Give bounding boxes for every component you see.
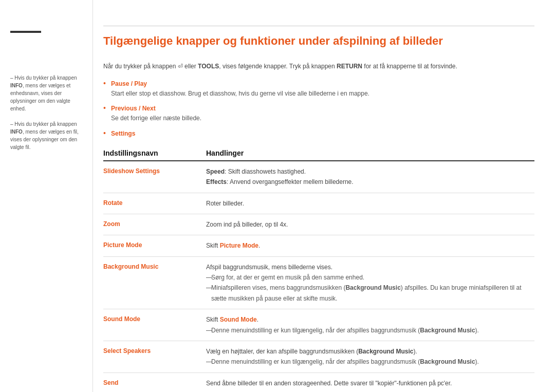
pause-desc: Start eller stop et diasshow. Brug et di… [111, 89, 534, 99]
return-label: RETURN [337, 63, 362, 70]
sound-mode-desc: Skift Sound Mode. [206, 316, 258, 323]
sidebar-note-2: – Hvis du trykker på knappen INFO, mens … [10, 120, 80, 151]
bg-music-desc: Afspil baggrundsmusik, mens billederne v… [206, 264, 332, 271]
sidebar-bold-1: INFO [10, 83, 23, 88]
row-name-picture-mode: Picture Mode [103, 240, 206, 249]
sidebar: – Hvis du trykker på knappen INFO, mens … [0, 0, 90, 392]
settings-title: Settings [111, 130, 135, 137]
table-row-slideshow: Slideshow Settings Speed: Skift diasshow… [103, 161, 534, 193]
table-row-select-speakers: Select Speakers Vælg en højttaler, der k… [103, 341, 534, 373]
zoom-desc: Zoom ind på billeder, op til 4x. [206, 221, 288, 228]
bullet-pause: Pause / Play Start eller stop et diassho… [103, 79, 534, 99]
picture-mode-desc: Skift Picture Mode. [206, 242, 260, 249]
row-action-sound-mode: Skift Sound Mode. Denne menuindstilling … [206, 314, 534, 335]
slideshow-effects: Effects: Anvend overgangseffekter mellem… [206, 178, 354, 185]
header-col-name: Indstillingsnavn [103, 149, 206, 157]
table-row-send: Send Send åbne billeder til en anden sto… [103, 373, 534, 392]
sidebar-note-1: – Hvis du trykker på knappen INFO, mens … [10, 74, 80, 113]
header-col-action: Handlinger [206, 149, 534, 157]
bullet-list: Pause / Play Start eller stop et diassho… [103, 79, 534, 139]
row-name-bg-music: Background Music [103, 262, 206, 270]
sound-mode-note: Denne menuindstilling er kun tilgængelig… [206, 325, 534, 335]
bg-music-note1: Sørg for, at der er gemt en musik på den… [206, 272, 534, 283]
row-name-rotate: Rotate [103, 198, 206, 207]
page-title: Tilgængelige knapper og funktioner under… [103, 34, 534, 49]
previous-title: Previous / Next [111, 105, 156, 112]
table-section: Indstillingsnavn Handlinger Slideshow Se… [103, 149, 534, 392]
row-action-send: Send åbne billeder til en anden storagee… [206, 378, 534, 388]
main-content: Tilgængelige knapper og funktioner under… [92, 0, 555, 392]
sidebar-bold-2: INFO [10, 129, 23, 135]
row-action-zoom: Zoom ind på billeder, op til 4x. [206, 219, 534, 230]
previous-desc: Se det forrige eller næste billede. [111, 114, 534, 123]
row-action-bg-music: Afspil baggrundsmusik, mens billederne v… [206, 262, 534, 304]
table-row-sound-mode: Sound Mode Skift Sound Mode. Denne menui… [103, 309, 534, 341]
top-border [103, 26, 534, 26]
intro-text: Når du trykker på knappen ⏎ eller TOOLS,… [103, 62, 534, 71]
bullet-settings: Settings [103, 129, 534, 139]
table-row-picture-mode: Picture Mode Skift Picture Mode. [103, 235, 534, 256]
table-header: Indstillingsnavn Handlinger [103, 149, 534, 161]
row-name-sound-mode: Sound Mode [103, 314, 206, 323]
pause-title: Pause / Play [111, 80, 147, 87]
table-row-bg-music: Background Music Afspil baggrundsmusik, … [103, 257, 534, 310]
slideshow-speed: Speed: Skift diasshowets hastighed. [206, 168, 306, 175]
row-name-send: Send [103, 378, 206, 386]
row-name-select-speakers: Select Speakers [103, 346, 206, 354]
row-name-zoom: Zoom [103, 219, 206, 228]
row-action-slideshow: Speed: Skift diasshowets hastighed. Effe… [206, 166, 534, 188]
send-desc: Send åbne billeder til en anden storagee… [206, 380, 452, 387]
tools-label: TOOLS [198, 63, 219, 70]
table-row-rotate: Rotate Roter billeder. [103, 193, 534, 214]
row-name-slideshow: Slideshow Settings [103, 166, 206, 175]
select-speakers-note: Denne menuindstilling er kun tilgængelig… [206, 357, 534, 367]
table-row-zoom: Zoom Zoom ind på billeder, op til 4x. [103, 214, 534, 235]
row-action-picture-mode: Skift Picture Mode. [206, 240, 534, 251]
sidebar-bar [10, 31, 41, 33]
bullet-previous: Previous / Next Se det forrige eller næs… [103, 104, 534, 123]
select-speakers-desc: Vælg en højttaler, der kan afspille bagg… [206, 348, 417, 355]
row-action-rotate: Roter billeder. [206, 198, 534, 209]
bg-music-note2: Miniafspilleren vises, mens baggrundsmus… [206, 283, 534, 304]
row-action-select-speakers: Vælg en højttaler, der kan afspille bagg… [206, 346, 534, 367]
rotate-desc: Roter billeder. [206, 200, 244, 207]
